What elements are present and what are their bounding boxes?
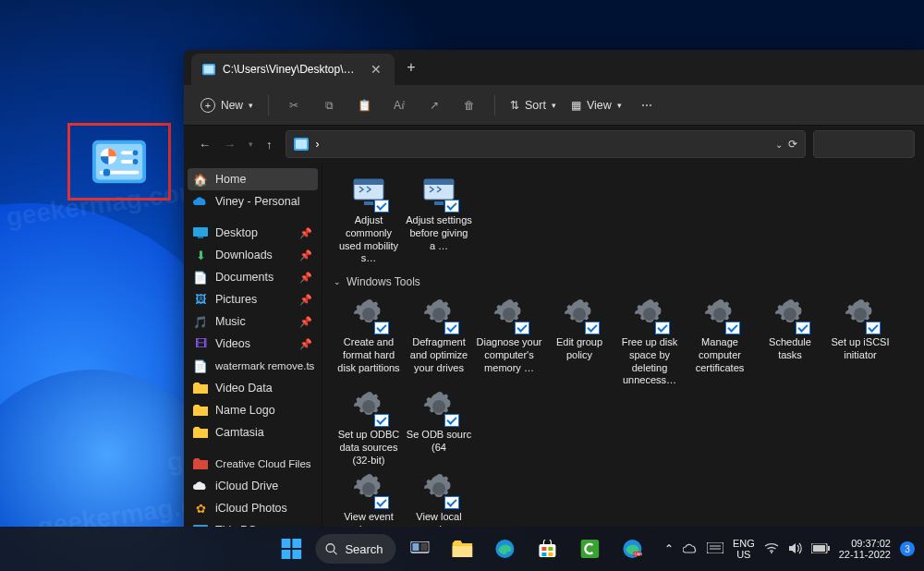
godmode-desktop-icon[interactable] xyxy=(67,123,171,200)
keyboard-tray-icon[interactable] xyxy=(707,542,723,555)
svg-point-30 xyxy=(854,308,867,321)
content-pane: Adjust commonly used mobility s…Adjust s… xyxy=(322,163,924,527)
home-icon: 🏠 xyxy=(193,172,208,187)
content-item[interactable]: Set up ODBC data sources (32-bit) xyxy=(334,386,404,468)
content-item[interactable]: Set up iSCSI initiator xyxy=(825,294,895,386)
content-item[interactable]: Se ODB sourc (64 xyxy=(404,386,474,468)
shield-check-badge xyxy=(655,322,670,334)
chevron-down-icon: ⌄ xyxy=(334,277,341,286)
svg-rect-52 xyxy=(413,543,419,551)
content-item[interactable]: Adjust settings before giving a … xyxy=(404,172,474,264)
language-indicator[interactable]: ENGUS xyxy=(733,538,755,560)
control-panel-icon xyxy=(202,63,215,76)
ellipsis-icon: ⋯ xyxy=(641,99,652,112)
sidebar-item-downloads[interactable]: ⬇Downloads📌 xyxy=(184,244,322,266)
content-item[interactable]: Free up disk space by deleting unnecess… xyxy=(614,294,685,386)
sidebar-item-ccf[interactable]: Creative Cloud Files xyxy=(184,453,322,475)
item-label: Se ODB sourc (64 xyxy=(406,429,472,455)
history-dropdown[interactable]: ▾ xyxy=(249,140,253,149)
rename-button[interactable]: Aⅈ xyxy=(383,91,415,120)
onedrive-tray-icon[interactable] xyxy=(683,542,698,555)
shield-check-badge xyxy=(515,322,529,334)
chevron-down-icon[interactable]: ⌄ xyxy=(775,140,783,150)
taskbar: Search CAN ⌃ ENGUS 09:37:0222-11-2022 3 xyxy=(0,527,924,571)
shield-check-badge xyxy=(374,200,389,213)
cut-button[interactable]: ✂ xyxy=(278,91,310,120)
svg-rect-47 xyxy=(281,550,290,559)
task-view-button[interactable] xyxy=(402,530,439,567)
wifi-icon[interactable] xyxy=(764,542,779,555)
desktop-icon xyxy=(193,225,208,240)
sidebar-item-home[interactable]: 🏠Home xyxy=(188,168,318,190)
sidebar-item-documents[interactable]: 📄Documents📌 xyxy=(184,266,322,288)
tray-chevron[interactable]: ⌃ xyxy=(664,542,674,555)
sidebar-item-icloud-drive[interactable]: iCloud Drive xyxy=(184,475,322,497)
svg-point-28 xyxy=(713,308,726,321)
chevron-down-icon: ▾ xyxy=(249,101,253,110)
item-thumb xyxy=(420,296,457,333)
pin-icon: 📌 xyxy=(299,338,312,350)
content-item[interactable]: Create and format hard disk partitions xyxy=(334,294,404,386)
content-item[interactable]: Manage computer certificates xyxy=(685,294,755,386)
notification-badge[interactable]: 3 xyxy=(900,541,915,556)
more-button[interactable]: ⋯ xyxy=(631,91,663,120)
svg-point-25 xyxy=(503,308,516,321)
content-item[interactable]: Adjust commonly used mobility s… xyxy=(334,172,404,264)
svg-point-26 xyxy=(573,308,586,321)
sidebar-item-folder[interactable]: Name Logo xyxy=(184,399,322,421)
sidebar-item-desktop[interactable]: Desktop📌 xyxy=(184,222,322,244)
view-button[interactable]: ▦ View ▾ xyxy=(565,91,627,120)
sidebar-item-onedrive[interactable]: Viney - Personal xyxy=(184,190,322,213)
volume-icon[interactable] xyxy=(788,542,802,556)
edge-taskbar[interactable] xyxy=(487,530,524,567)
delete-button[interactable]: 🗑 xyxy=(454,91,485,120)
svg-rect-19 xyxy=(364,201,373,205)
taskbar-search[interactable]: Search xyxy=(315,534,395,564)
sort-button[interactable]: ⇅ Sort ▾ xyxy=(505,91,562,120)
content-item[interactable]: Diagnose your computer's memory … xyxy=(474,294,544,386)
search-box[interactable] xyxy=(813,130,915,158)
item-label: Free up disk space by deleting unnecess… xyxy=(616,336,683,384)
sidebar-item-folder[interactable]: Video Data xyxy=(184,377,322,399)
shield-check-badge xyxy=(444,200,459,213)
new-button[interactable]: + New ▾ xyxy=(195,91,259,120)
sidebar-item-icloud-photos[interactable]: ✿iCloud Photos xyxy=(184,497,322,519)
sidebar-item-videos[interactable]: 🎞Videos📌 xyxy=(184,333,322,355)
refresh-button[interactable]: ⟳ xyxy=(788,138,797,151)
new-tab-button[interactable]: + xyxy=(395,50,428,85)
edge-canary-taskbar[interactable]: CAN xyxy=(614,530,651,567)
content-item[interactable]: Defragment and optimize your drives xyxy=(404,294,474,386)
store-taskbar[interactable] xyxy=(529,530,566,567)
file-explorer-taskbar[interactable] xyxy=(444,530,481,567)
pictures-icon: 🖼 xyxy=(193,292,208,307)
shield-check-badge xyxy=(725,322,740,334)
back-button[interactable]: ← xyxy=(199,138,211,152)
up-button[interactable]: ↑ xyxy=(266,138,273,152)
sidebar-item-pictures[interactable]: 🖼Pictures📌 xyxy=(184,288,322,310)
camtasia-taskbar[interactable] xyxy=(572,530,609,567)
sidebar-item-music[interactable]: 🎵Music📌 xyxy=(184,310,322,333)
item-label: Adjust commonly used mobility s… xyxy=(335,214,402,262)
content-item[interactable]: Schedule tasks xyxy=(755,294,825,386)
share-button[interactable]: ↗ xyxy=(419,91,450,120)
group-header-windows-tools[interactable]: ⌄Windows Tools xyxy=(334,275,913,288)
copy-button[interactable]: ⧉ xyxy=(313,91,345,120)
content-item[interactable]: View local services xyxy=(404,468,474,527)
sidebar-item-file[interactable]: 📄watermark remove.ts xyxy=(184,355,322,377)
svg-point-34 xyxy=(432,482,445,495)
address-bar[interactable]: › ⌄ ⟳ xyxy=(286,130,807,158)
svg-rect-59 xyxy=(542,553,547,556)
window-tab[interactable]: C:\Users\Viney\Desktop\GodI ✕ xyxy=(191,54,395,85)
close-tab-button[interactable]: ✕ xyxy=(371,62,382,77)
svg-rect-22 xyxy=(434,201,444,205)
sidebar-item-this-pc[interactable]: This PC xyxy=(184,519,322,527)
start-button[interactable] xyxy=(273,530,310,567)
content-item[interactable]: View event logs xyxy=(334,468,404,527)
sidebar-item-folder[interactable]: Camtasia xyxy=(184,421,322,443)
content-item[interactable]: Edit group policy xyxy=(544,294,614,386)
forward-button[interactable]: → xyxy=(224,138,236,152)
svg-rect-71 xyxy=(828,546,830,551)
paste-button[interactable]: 📋 xyxy=(348,91,380,120)
clock[interactable]: 09:37:0222-11-2022 xyxy=(839,538,891,560)
battery-icon[interactable] xyxy=(811,543,830,555)
